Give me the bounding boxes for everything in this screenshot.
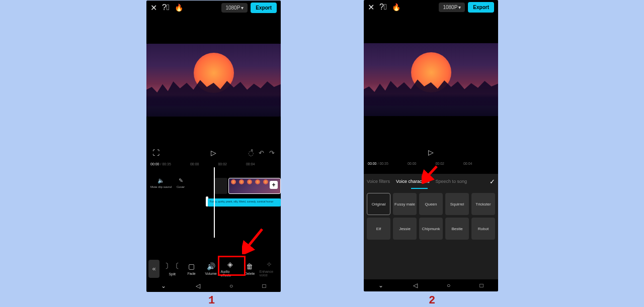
playhead[interactable]	[214, 167, 215, 238]
resolution-selector[interactable]: 1080P ▾	[439, 3, 465, 12]
timeline-ruler: 00:00 / 00:35 00:00 00:02 00:04	[364, 160, 498, 167]
volume-icon: 🔊	[207, 262, 215, 270]
top-bar: ✕ ?⃝ 🔥 1080P ▾ Export	[146, 1, 281, 15]
voice-bestie[interactable]: Bestie	[445, 218, 469, 240]
tool-label: Fade	[188, 272, 196, 275]
playback-controls: ▷	[364, 145, 498, 160]
android-navbar: ⌄ ◁ ○ □	[146, 280, 281, 292]
phone-screen-2: ✕ ?⃝ 🔥 1080P ▾ Export ▷ 00:00 /	[364, 0, 498, 291]
nav-home-icon[interactable]: ○	[229, 282, 233, 289]
tool-label: Volume	[205, 272, 217, 275]
tab-underline	[411, 188, 428, 189]
volume-tool[interactable]: 🔊 Volume	[201, 262, 221, 275]
tool-label: Delete	[245, 272, 255, 275]
undo-icon[interactable]: ↶	[259, 149, 264, 157]
time-mark: 00:00	[190, 162, 199, 166]
enhance-voice-tool[interactable]: ✧ Enhance voice	[260, 260, 279, 277]
voice-grid: Original Fussy male Queen Squirrel Trick…	[367, 193, 495, 240]
top-bar: ✕ ?⃝ 🔥 1080P ▾ Export	[364, 0, 498, 14]
fade-tool[interactable]: ▢ Fade	[182, 262, 202, 275]
confirm-check-icon[interactable]: ✓	[490, 178, 495, 185]
edit-icon: ✎	[179, 177, 183, 184]
resolution-selector[interactable]: 1080P ▾	[221, 3, 248, 13]
time-total: 00:35	[162, 162, 171, 166]
time-total: 00:35	[379, 162, 388, 165]
android-navbar: ⌄ ◁ ○ □	[364, 279, 498, 291]
resolution-label: 1080P	[443, 5, 457, 10]
playback-controls: ⛶ ▷ ◌̊ ↶ ↷	[146, 145, 281, 160]
annotation-arrow	[242, 227, 267, 254]
redo-icon[interactable]: ↷	[269, 149, 275, 157]
tool-label: Enhance voice	[260, 270, 279, 277]
tab-speech-to-song[interactable]: Speech to song	[436, 179, 467, 184]
help-icon[interactable]: ?⃝	[162, 3, 170, 12]
tool-label: Audio effects	[221, 270, 240, 277]
toolbar-back-button[interactable]: «	[148, 260, 159, 278]
mute-label: Mute clip sound	[150, 185, 172, 188]
tab-voice-characters[interactable]: Voice characters	[396, 179, 430, 184]
cover-label: Cover	[177, 185, 185, 188]
help-icon[interactable]: ?⃝	[379, 3, 387, 12]
split-icon: 〕〔	[165, 262, 179, 271]
voice-characters-panel: Voice filters Voice characters Speech to…	[364, 174, 498, 279]
mute-clip-button[interactable]: 🔈 Mute clip sound	[150, 177, 172, 188]
caption-number-2: 2	[429, 294, 435, 307]
fullscreen-icon[interactable]: ⛶	[152, 149, 159, 157]
phone-screen-1: ✕ ?⃝ 🔥 1080P ▾ Export ⛶ ▷ ◌̊ ↶	[146, 1, 281, 292]
nav-recent-icon[interactable]: □	[263, 282, 266, 289]
voice-elf[interactable]: Elf	[367, 218, 390, 240]
toolbar: « 〕〔 Split ▢ Fade 🔊 Volume ◈ Audio effec…	[146, 257, 281, 280]
audio-clip[interactable]: Funny, quirky, prank, silly, Weird, come…	[208, 198, 281, 207]
chevron-down-icon: ▾	[458, 5, 461, 10]
split-tool[interactable]: 〕〔 Split	[163, 262, 182, 276]
timeline-ruler: 00:00 / 00:35 00:00 00:02 00:04	[146, 160, 281, 167]
time-mark: 00:04	[246, 162, 255, 166]
cover-button[interactable]: ✎ Cover	[177, 177, 185, 188]
time-mark: 00:02	[218, 162, 227, 166]
fire-icon[interactable]: 🔥	[175, 4, 183, 12]
blank-clip[interactable]	[214, 178, 227, 194]
caption-number-1: 1	[208, 294, 215, 307]
resolution-label: 1080P	[225, 5, 240, 11]
video-preview	[146, 15, 281, 145]
voice-original[interactable]: Original	[367, 193, 390, 215]
delete-tool[interactable]: 🗑 Delete	[240, 262, 260, 275]
voice-trickster[interactable]: Trickster	[471, 193, 495, 215]
add-clip-button[interactable]: +	[270, 181, 278, 189]
chevron-down-icon: ▾	[241, 5, 244, 11]
time-mark: 00:00	[408, 162, 417, 165]
preview-frame	[364, 43, 498, 116]
close-icon[interactable]: ✕	[150, 3, 157, 13]
time-mark: 00:02	[435, 162, 444, 165]
time-mark: 00:04	[463, 162, 472, 165]
tool-label: Split	[169, 272, 176, 276]
droplet-icon[interactable]: ◌̊	[248, 149, 254, 157]
timeline-area[interactable]: 🔈 Mute clip sound ✎ Cover + Funny, quirk…	[146, 167, 281, 213]
voice-robot[interactable]: Robot	[471, 218, 495, 240]
export-button[interactable]: Export	[468, 2, 494, 13]
nav-back-icon[interactable]: ◁	[196, 282, 200, 289]
audio-effects-tool[interactable]: ◈ Audio effects	[221, 260, 240, 277]
play-icon[interactable]: ▷	[428, 148, 434, 156]
preview-frame	[146, 44, 281, 117]
tab-voice-filters[interactable]: Voice filters	[367, 179, 390, 184]
voice-fussy-male[interactable]: Fussy male	[393, 193, 417, 215]
enhance-icon: ✧	[266, 260, 272, 268]
voice-squirrel[interactable]: Squirrel	[445, 193, 469, 215]
nav-back-icon[interactable]: ◁	[413, 282, 418, 289]
close-icon[interactable]: ✕	[368, 3, 374, 12]
time-current: 00:00	[150, 162, 159, 166]
nav-down-icon[interactable]: ⌄	[161, 282, 166, 289]
nav-down-icon[interactable]: ⌄	[378, 282, 383, 289]
trash-icon: 🗑	[246, 262, 253, 270]
voice-queen[interactable]: Queen	[419, 193, 443, 215]
export-button[interactable]: Export	[251, 3, 277, 13]
voice-chipmunk[interactable]: Chipmunk	[419, 218, 443, 240]
fire-icon[interactable]: 🔥	[392, 3, 400, 11]
nav-home-icon[interactable]: ○	[447, 282, 450, 289]
play-icon[interactable]: ▷	[211, 149, 216, 157]
nav-recent-icon[interactable]: □	[480, 282, 484, 289]
time-current: 00:00	[368, 162, 377, 165]
audio-effects-icon: ◈	[227, 260, 233, 268]
voice-jessie[interactable]: Jessie	[393, 218, 417, 240]
